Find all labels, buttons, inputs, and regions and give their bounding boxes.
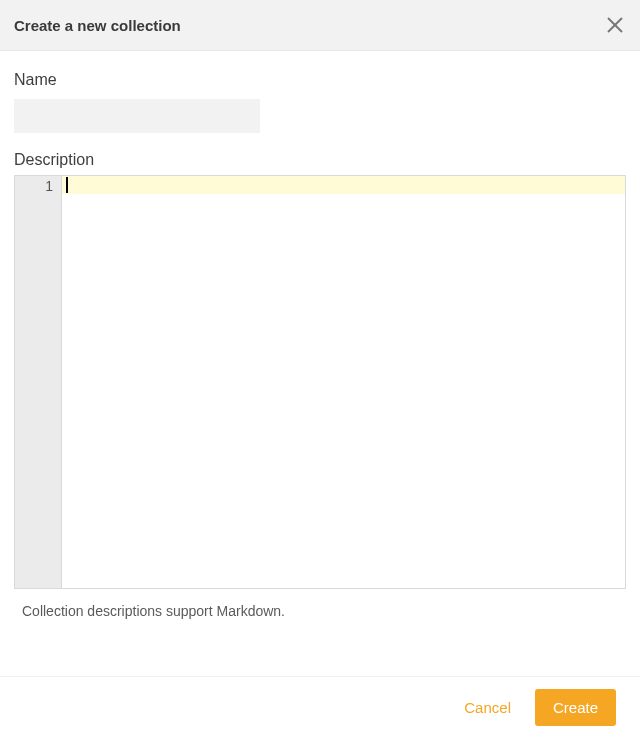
- modal-footer: Cancel Create: [0, 676, 640, 738]
- description-textarea[interactable]: [66, 176, 625, 588]
- line-number: 1: [15, 176, 61, 195]
- name-input[interactable]: [14, 99, 260, 133]
- name-label: Name: [14, 71, 626, 89]
- editor-area[interactable]: [62, 176, 625, 588]
- modal-body: Name Description 1 Collection descriptio…: [0, 51, 640, 633]
- description-label: Description: [14, 151, 626, 169]
- editor-gutter: 1: [15, 176, 62, 588]
- modal-header: Create a new collection: [0, 0, 640, 51]
- create-button[interactable]: Create: [535, 689, 616, 726]
- description-editor: 1: [14, 175, 626, 589]
- cancel-button[interactable]: Cancel: [460, 691, 515, 724]
- description-hint: Collection descriptions support Markdown…: [14, 603, 626, 619]
- modal-title: Create a new collection: [14, 17, 181, 34]
- close-icon[interactable]: [604, 14, 626, 36]
